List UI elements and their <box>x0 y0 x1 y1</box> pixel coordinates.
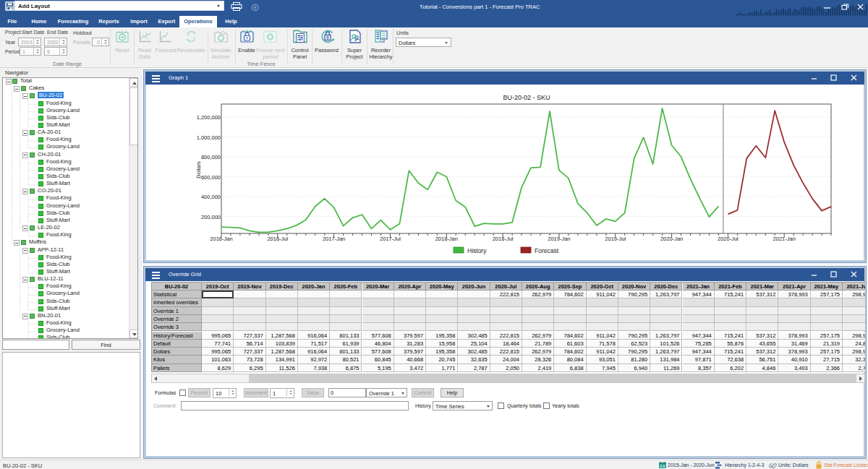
svg-text:1,200,000: 1,200,000 <box>197 114 221 121</box>
svg-text:2019-Jul: 2019-Jul <box>605 236 626 242</box>
svg-text:2017-Jan: 2017-Jan <box>323 236 345 242</box>
svg-text:2020-Jul: 2020-Jul <box>718 236 739 242</box>
svg-text:2016-Jul: 2016-Jul <box>267 236 288 242</box>
svg-text:800,000: 800,000 <box>201 154 221 160</box>
svg-text:BU-20-02 - SKU: BU-20-02 - SKU <box>503 94 550 101</box>
svg-text:1,000,000: 1,000,000 <box>197 134 221 141</box>
svg-text:Dollars: Dollars <box>195 161 202 178</box>
svg-text:Forecast: Forecast <box>535 247 559 254</box>
svg-text:2020-Jan: 2020-Jan <box>660 236 683 242</box>
svg-text:200,000: 200,000 <box>201 214 221 220</box>
svg-text:2018-Jan: 2018-Jan <box>435 236 458 242</box>
svg-text:2017-Jul: 2017-Jul <box>380 236 401 242</box>
svg-text:2018-Jul: 2018-Jul <box>493 236 514 242</box>
svg-text:History: History <box>467 247 487 254</box>
svg-text:2019-Jan: 2019-Jan <box>548 236 570 242</box>
svg-text:600,000: 600,000 <box>201 174 221 181</box>
svg-text:2021-Jan: 2021-Jan <box>773 236 796 242</box>
svg-text:400,000: 400,000 <box>201 194 221 200</box>
svg-text:2016-Jan: 2016-Jan <box>210 236 232 242</box>
